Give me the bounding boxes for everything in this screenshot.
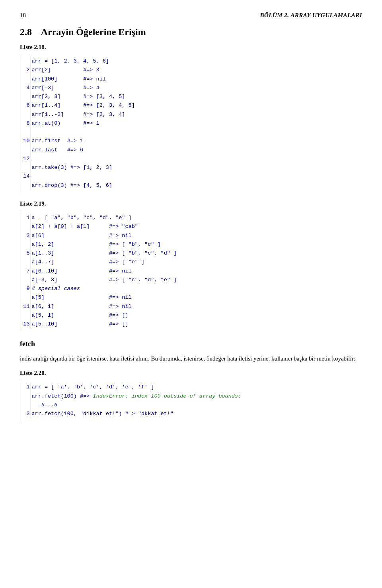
table-row: 7 a[6..10] #=> nil — [20, 267, 362, 276]
table-row: 12 — [20, 155, 362, 163]
table-row: 6 arr[1..4] #=> [2, 3, 4, 5] — [20, 101, 362, 110]
line-num — [20, 146, 31, 155]
line-num — [20, 258, 31, 267]
line-num: 14 — [20, 172, 31, 181]
code-content: arr[1..4] #=> [2, 3, 4, 5] — [31, 101, 362, 110]
line-num: 4 — [20, 84, 31, 92]
line-num: 7 — [20, 267, 31, 276]
table-row: 4 arr[-3] #=> 4 — [20, 84, 362, 92]
line-num — [20, 181, 31, 190]
code-table-218: arr = [1, 2, 3, 4, 5, 6] 2 arr[2] #=> 3 … — [20, 57, 362, 190]
code-content: a[5..10] #=> [] — [31, 320, 362, 329]
code-content: arr.last #=> 6 — [31, 146, 362, 155]
table-row: a[5, 1] #=> [] — [20, 311, 362, 320]
table-row: 14 — [20, 172, 362, 181]
code-content: a[4..7] #=> [ "e" ] — [31, 258, 362, 267]
table-row: arr = [1, 2, 3, 4, 5, 6] — [20, 57, 362, 66]
line-num — [20, 401, 31, 410]
code-content: arr[-3] #=> 4 — [31, 84, 362, 92]
line-num: 2 — [20, 66, 31, 74]
table-row: a[2] + a[0] + a[1] #=> "cab" — [20, 222, 362, 231]
code-content: a[6, 1] #=> nil — [31, 302, 362, 311]
line-num — [20, 311, 31, 320]
line-num — [20, 57, 31, 66]
code-content: a[1, 2] #=> [ "b", "c" ] — [31, 240, 362, 249]
chapter-title: BÖLÜM 2. ARRAY UYGULAMALARI — [260, 12, 362, 19]
table-row: a[1, 2] #=> [ "b", "c" ] — [20, 240, 362, 249]
code-table-219: 1 a = [ "a", "b", "c", "d", "e" ] a[2] +… — [20, 214, 362, 329]
line-num: 3 — [20, 231, 31, 240]
table-row: 1 a = [ "a", "b", "c", "d", "e" ] — [20, 214, 362, 222]
code-content: a[5, 1] #=> [] — [31, 311, 362, 320]
code-content: arr.first #=> 1 — [31, 137, 362, 145]
liste-220-label: Liste 2.20. — [20, 370, 362, 376]
line-num: 1 — [20, 214, 31, 222]
code-content: a[1..3] #=> [ "b", "c", "d" ] — [31, 249, 362, 258]
code-content: arr.at(0) #=> 1 — [31, 119, 362, 128]
code-content — [31, 155, 362, 163]
table-row: arr.last #=> 6 — [20, 146, 362, 155]
section-heading: 2.8 Arrayin Öğelerine Erişim — [20, 27, 362, 37]
table-row: 10 arr.first #=> 1 — [20, 137, 362, 145]
fetch-heading: fetch — [20, 340, 362, 348]
code-content — [31, 128, 362, 137]
section-number: 2.8 — [20, 27, 32, 37]
line-num — [20, 92, 31, 101]
table-row: arr[1..-3] #=> [2, 3, 4] — [20, 110, 362, 119]
code-content: a[6] #=> nil — [31, 231, 362, 240]
code-content: arr[2] #=> 3 — [31, 66, 362, 74]
section-title: Arrayin Öğelerine Erişim — [41, 27, 146, 37]
table-row: a[5] #=> nil — [20, 293, 362, 302]
code-content: arr.take(3) #=> [1, 2, 3] — [31, 163, 362, 172]
code-block-220: 1 arr = [ 'a', 'b', 'c', 'd', 'e', 'f' ]… — [20, 380, 362, 421]
table-row: 5 a[1..3] #=> [ "b", "c", "d" ] — [20, 249, 362, 258]
code-content: a = [ "a", "b", "c", "d", "e" ] — [31, 214, 362, 222]
line-num: 8 — [20, 119, 31, 128]
table-row: -6...6 — [20, 401, 362, 410]
line-num: 10 — [20, 137, 31, 145]
line-num: 13 — [20, 320, 31, 329]
line-num: 5 — [20, 249, 31, 258]
code-content: arr.fetch(100) #=> IndexError: index 100… — [31, 392, 362, 401]
line-num — [20, 392, 31, 401]
line-num — [20, 240, 31, 249]
table-row: 8 arr.at(0) #=> 1 — [20, 119, 362, 128]
line-num: 6 — [20, 101, 31, 110]
table-row: 3 a[6] #=> nil — [20, 231, 362, 240]
line-num — [20, 128, 31, 137]
table-row: a[-3, 3] #=> [ "c", "d", "e" ] — [20, 276, 362, 284]
table-row: arr[2, 3] #=> [3, 4, 5] — [20, 92, 362, 101]
code-content-comment: # special cases — [31, 284, 362, 293]
liste-218-label: Liste 2.18. — [20, 44, 362, 51]
code-content: a[6..10] #=> nil — [31, 267, 362, 276]
line-num — [20, 293, 31, 302]
code-content: arr.fetch(100, "dikkat et!") #=> "dkkat … — [31, 410, 362, 418]
line-num — [20, 276, 31, 284]
code-block-219: 1 a = [ "a", "b", "c", "d", "e" ] a[2] +… — [20, 211, 362, 331]
line-num — [20, 75, 31, 84]
line-num: 12 — [20, 155, 31, 163]
table-row: 3 arr.fetch(100, "dikkat et!") #=> "dkka… — [20, 410, 362, 418]
table-row: arr.take(3) #=> [1, 2, 3] — [20, 163, 362, 172]
table-row: arr.fetch(100) #=> IndexError: index 100… — [20, 392, 362, 401]
code-content: a[5] #=> nil — [31, 293, 362, 302]
code-content: arr[2, 3] #=> [3, 4, 5] — [31, 92, 362, 101]
table-row: a[4..7] #=> [ "e" ] — [20, 258, 362, 267]
table-row: 13 a[5..10] #=> [] — [20, 320, 362, 329]
table-row: arr.drop(3) #=> [4, 5, 6] — [20, 181, 362, 190]
table-row: 2 arr[2] #=> 3 — [20, 66, 362, 74]
page-number: 18 — [20, 12, 26, 19]
table-row — [20, 128, 362, 137]
line-num: 1 — [20, 383, 31, 392]
code-content-indent: -6...6 — [31, 401, 362, 410]
liste-219-label: Liste 2.19. — [20, 200, 362, 207]
table-row: 11 a[6, 1] #=> nil — [20, 302, 362, 311]
code-content: arr[1..-3] #=> [2, 3, 4] — [31, 110, 362, 119]
code-content: arr = [ 'a', 'b', 'c', 'd', 'e', 'f' ] — [31, 383, 362, 392]
code-content: a[2] + a[0] + a[1] #=> "cab" — [31, 222, 362, 231]
code-content: arr[100] #=> nil — [31, 75, 362, 84]
line-num — [20, 222, 31, 231]
line-num: 9 — [20, 284, 31, 293]
code-content — [31, 172, 362, 181]
table-row: 1 arr = [ 'a', 'b', 'c', 'd', 'e', 'f' ] — [20, 383, 362, 392]
